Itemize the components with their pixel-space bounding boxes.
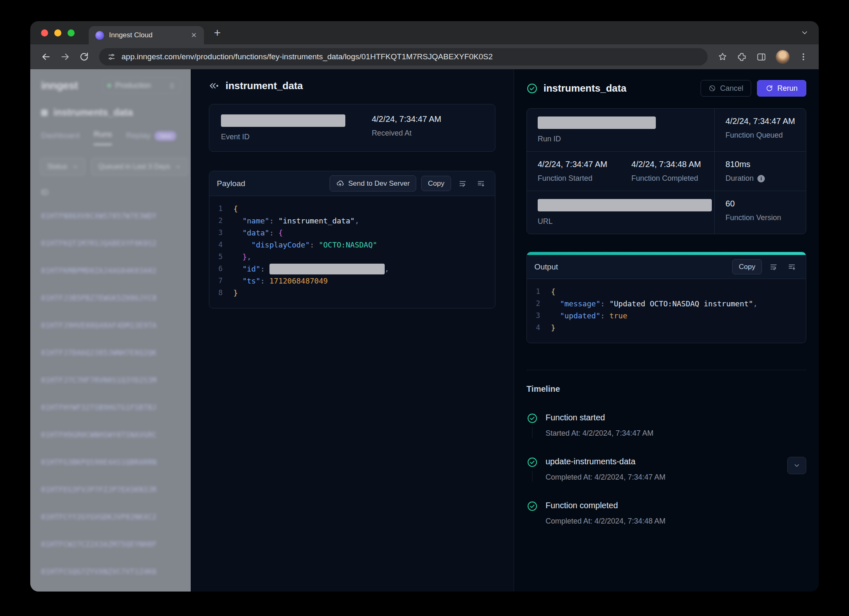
- timeline-connector: [532, 471, 533, 482]
- rerun-label: Rerun: [777, 85, 798, 92]
- timeline-icon-column: [526, 501, 538, 526]
- wrap-text-icon: [769, 263, 778, 271]
- output-success-accent: [527, 252, 806, 255]
- address-bar[interactable]: app.inngest.com/env/production/functions…: [99, 48, 708, 65]
- timeline-icon-column: [526, 457, 538, 482]
- output-title: Output: [534, 262, 558, 272]
- wrap-text-button[interactable]: [767, 260, 780, 274]
- function-queued-cell: 4/2/24, 7:34:47 AM Function Queued: [714, 109, 806, 152]
- payload-card: Payload Send to Dev Server Copy: [209, 171, 495, 308]
- tab-close-icon[interactable]: ×: [189, 30, 198, 41]
- redacted-url: [538, 199, 712, 211]
- cancel-slash-icon: [708, 85, 716, 92]
- timeline-section: Timeline Function started Started At: 4/…: [526, 370, 806, 526]
- duration-cell: 810ms Durationi: [714, 152, 806, 191]
- rerun-button[interactable]: Rerun: [757, 80, 806, 97]
- line-number: 3: [209, 227, 233, 239]
- function-completed-cell: 4/2/24, 7:34:48 AM Function Completed: [621, 152, 714, 191]
- browser-menu-icon[interactable]: [799, 52, 808, 61]
- output-copy-button[interactable]: Copy: [732, 259, 762, 274]
- check-circle-icon: [526, 83, 538, 94]
- cancel-run-button[interactable]: Cancel: [701, 80, 751, 97]
- url-text: app.inngest.com/env/production/functions…: [121, 52, 493, 61]
- code-line: 8}: [209, 287, 489, 299]
- timeline-item-step: update-instruments-data Completed At: 4/…: [526, 457, 806, 482]
- timeline-connector: [532, 427, 533, 438]
- timeline-icon-column: [526, 413, 538, 438]
- back-button[interactable]: [37, 48, 55, 66]
- info-icon[interactable]: i: [757, 175, 765, 182]
- inngest-app: inngest Production instruments_data Dash…: [30, 69, 819, 592]
- run-meta-card: Run ID 4/2/24, 7:34:47 AM Function Queue…: [526, 108, 806, 234]
- expand-json-icon: [788, 263, 796, 271]
- toolbar-actions: [713, 50, 812, 64]
- reload-icon: [79, 52, 89, 62]
- duration-value: 810ms: [725, 160, 795, 169]
- function-version-value: 60: [725, 199, 795, 209]
- event-details-panel: instrument_data Event ID 4/2/24, 7:34:47…: [191, 69, 514, 592]
- chevron-down-icon: [800, 29, 809, 37]
- payload-header: Payload Send to Dev Server Copy: [209, 171, 495, 196]
- site-info-icon[interactable]: [107, 53, 116, 61]
- run-details-panel: instruments_data Cancel Rerun: [514, 69, 819, 592]
- line-number: 8: [209, 287, 233, 299]
- timeline-item-timestamp: Completed At: 4/2/2024, 7:34:48 AM: [546, 517, 806, 526]
- side-panel-icon[interactable]: [756, 52, 767, 62]
- close-window-button[interactable]: [41, 29, 48, 36]
- payload-actions: Send to Dev Server Copy: [330, 175, 488, 192]
- code-line: 5 },: [209, 251, 489, 263]
- zoom-window-button[interactable]: [68, 29, 75, 36]
- code-line: 6 "id": ,: [209, 263, 489, 275]
- expand-json-button[interactable]: [785, 260, 798, 274]
- send-to-dev-server-label: Send to Dev Server: [348, 180, 410, 187]
- tab-search-button[interactable]: [800, 29, 809, 37]
- code-line: 3 "updated": true: [527, 310, 800, 322]
- timeline-item-title: Function started: [546, 413, 806, 422]
- profile-avatar[interactable]: [776, 50, 790, 64]
- code-line: 4}: [527, 322, 800, 334]
- line-number: 4: [209, 239, 233, 251]
- function-queued-label: Function Queued: [725, 131, 795, 140]
- output-copy-label: Copy: [739, 263, 755, 270]
- send-to-dev-server-button[interactable]: Send to Dev Server: [330, 175, 416, 192]
- received-at-cell: 4/2/24, 7:34:47 AM Received At: [372, 114, 483, 141]
- run-header-title-group: instruments_data: [526, 82, 626, 94]
- run-id-label: Run ID: [538, 135, 703, 143]
- bookmark-star-icon[interactable]: [718, 52, 728, 62]
- received-at-value: 4/2/24, 7:34:47 AM: [372, 114, 483, 124]
- code-line: 1{: [527, 286, 800, 298]
- cancel-run-label: Cancel: [720, 85, 743, 92]
- browser-tab[interactable]: Inngest Cloud ×: [89, 26, 204, 44]
- expand-json-button[interactable]: [474, 177, 488, 190]
- check-circle-icon: [527, 501, 538, 512]
- reload-button[interactable]: [75, 48, 93, 66]
- line-number: 7: [209, 275, 233, 287]
- redacted-value: [269, 264, 385, 274]
- code-line: 2 "name": "instrument_data",: [209, 215, 489, 227]
- run-header: instruments_data Cancel Rerun: [526, 80, 806, 97]
- extensions-puzzle-icon[interactable]: [737, 52, 747, 62]
- wrap-text-button[interactable]: [456, 177, 469, 190]
- minimize-window-button[interactable]: [54, 29, 61, 36]
- function-started-cell: 4/2/24, 7:34:47 AM Function Started: [527, 152, 621, 191]
- forward-button[interactable]: [56, 48, 74, 66]
- line-number: 2: [209, 215, 233, 227]
- inngest-favicon-icon: [95, 31, 104, 40]
- redacted-run-id: [538, 116, 656, 129]
- line-number: 4: [527, 322, 551, 334]
- rerun-refresh-icon: [766, 85, 773, 92]
- line-number: 1: [209, 203, 233, 215]
- event-id-cell: Event ID: [221, 114, 372, 141]
- payload-copy-button[interactable]: Copy: [421, 176, 451, 191]
- sidebar-overlay: [30, 69, 191, 592]
- url-label: URL: [538, 217, 703, 226]
- event-title: instrument_data: [226, 80, 303, 92]
- timeline-item-title: update-instruments-data: [546, 457, 780, 466]
- function-version-cell: 60 Function Version: [714, 191, 806, 234]
- dev-server-cloud-icon: [336, 179, 344, 187]
- event-meta-card: Event ID 4/2/24, 7:34:47 AM Received At: [209, 104, 495, 152]
- url-cell: URL: [527, 191, 714, 234]
- line-number: 5: [209, 251, 233, 263]
- expand-step-button[interactable]: [787, 457, 806, 474]
- new-tab-button[interactable]: +: [211, 26, 224, 39]
